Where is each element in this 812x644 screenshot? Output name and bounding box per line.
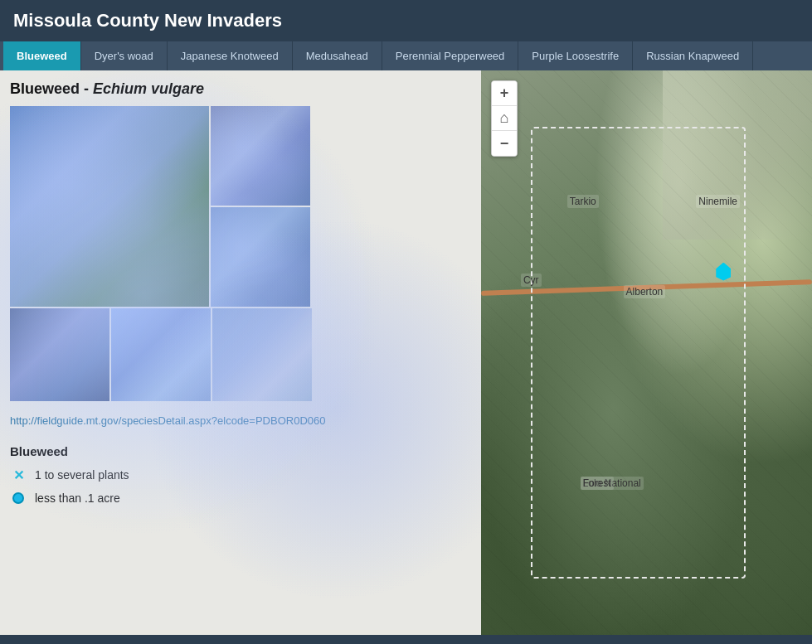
bottom-photos — [10, 308, 312, 401]
map-label-alberton: Alberton — [624, 285, 666, 298]
photo-bottom-3 — [212, 308, 312, 401]
tab-russian-knapweed[interactable]: Russian Knapweed — [633, 41, 753, 70]
tab-bar: Blueweed Dyer's woad Japanese Knotweed M… — [0, 41, 812, 70]
zoom-in-button[interactable]: + — [492, 81, 517, 106]
photo-grid-wrapper — [10, 106, 471, 401]
tab-japanese-knotweed[interactable]: Japanese Knotweed — [168, 41, 293, 70]
home-icon: ⌂ — [500, 109, 509, 127]
tab-dyers-woad[interactable]: Dyer's woad — [81, 41, 168, 70]
tab-medusahead[interactable]: Medusahead — [293, 41, 382, 70]
tab-purple-loosestrife[interactable]: Purple Loosestrife — [518, 41, 633, 70]
left-panel: Blueweed - Echium vulgare http://fieldgu… — [0, 70, 481, 635]
map-panel[interactable]: Tarkio Cyr Alberton Ninemile Lolo Nation… — [481, 70, 812, 635]
tab-blueweed[interactable]: Blueweed — [3, 41, 81, 70]
main-content: Blueweed - Echium vulgare http://fieldgu… — [0, 70, 812, 635]
map-label-cyr: Cyr — [521, 274, 542, 287]
tab-perennial-pepperweed[interactable]: Perennial Pepperweed — [382, 41, 519, 70]
home-button[interactable]: ⌂ — [492, 106, 517, 131]
app-title: Missoula County New Invaders — [13, 10, 282, 31]
map-label-tarkio: Tarkio — [567, 195, 599, 208]
map-label-ninemile: Ninemile — [696, 195, 740, 208]
app-header: Missoula County New Invaders — [0, 0, 812, 41]
map-controls: + ⌂ − — [491, 80, 518, 157]
zoom-out-button[interactable]: − — [492, 131, 517, 156]
